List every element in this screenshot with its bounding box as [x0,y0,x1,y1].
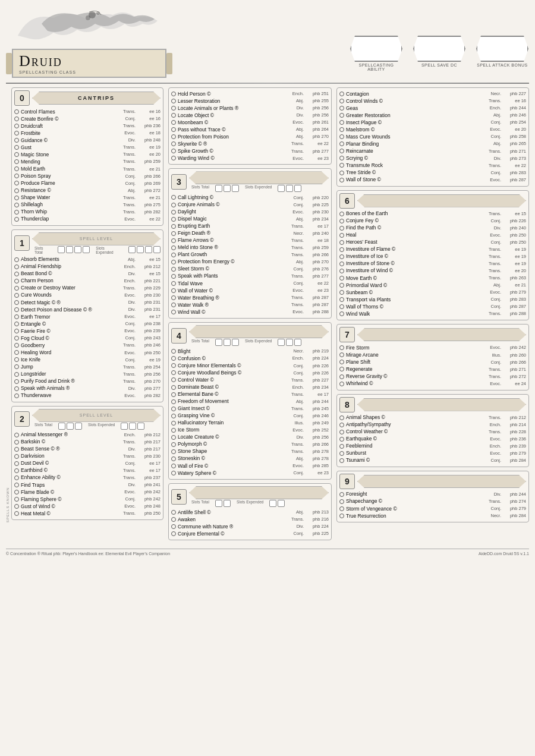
spell-circle[interactable] [171,149,176,153]
slot-box[interactable] [224,500,231,507]
spell-item[interactable]: Speak with Plants Trans. phb 277 [171,273,329,280]
spell-circle[interactable] [14,350,19,355]
spell-circle[interactable] [171,245,176,250]
spell-circle[interactable] [339,262,344,266]
spell-item[interactable]: Regenerate Trans. phb 271 [339,366,526,373]
spell-item[interactable]: Whirlwind © Evoc. ee 24 [339,380,526,388]
spell-item[interactable]: Plant Growth Trans. phb 266 [171,251,329,259]
spell-item[interactable]: Awaken Trans. phb 216 [171,516,329,523]
spell-circle[interactable] [14,475,19,480]
slot-box[interactable] [67,423,74,430]
spell-circle[interactable] [339,458,344,463]
spell-circle[interactable] [171,106,176,111]
spell-circle[interactable] [14,329,19,333]
spell-circle[interactable] [339,430,344,434]
spell-circle[interactable] [339,269,344,273]
spell-circle[interactable] [14,343,19,348]
spell-circle[interactable] [339,233,344,238]
spell-circle[interactable] [339,283,344,288]
spell-circle[interactable] [14,293,19,298]
spell-item[interactable]: Beast Bond © Div. ee 15 [14,270,160,278]
spell-item[interactable]: Protection from Energy © Abj. phb 270 [171,259,329,266]
spell-item[interactable]: Conjure Fey © Conj. phb 226 [339,218,526,225]
spell-item[interactable]: Frostbite Evoc. ee 18 [14,130,160,137]
spell-item[interactable]: Animal Friendship Ench. phb 212 [14,263,160,270]
spell-circle[interactable] [339,219,344,223]
spell-circle[interactable] [339,171,344,175]
spell-circle[interactable] [339,254,344,259]
spell-item[interactable]: Thunderclap Evoc. ee 22 [14,216,160,223]
spell-circle[interactable] [171,399,176,404]
spell-circle[interactable] [171,349,176,354]
slot-box[interactable] [278,339,285,346]
spell-item[interactable]: Primordial Ward © Abj. ee 21 [339,282,526,289]
spell-circle[interactable] [14,181,19,185]
spell-item[interactable]: Geas Ench. phb 244 [339,105,526,112]
spell-circle[interactable] [339,163,344,168]
spell-item[interactable]: Shapechange © Trans. phb 274 [339,498,526,505]
spell-circle[interactable] [339,127,344,132]
spell-circle[interactable] [14,364,19,369]
spell-item[interactable]: Transmute Rock Trans. ee 22 [339,162,526,169]
spell-circle[interactable] [14,152,19,157]
slot-box[interactable] [121,423,128,430]
spell-item[interactable]: Wind Wall © Evoc. phb 288 [171,308,329,316]
spell-item[interactable]: Erupting Earth Trans. ee 17 [171,223,329,230]
spell-circle[interactable] [14,372,19,377]
spell-circle[interactable] [339,311,344,316]
spell-circle[interactable] [339,178,344,182]
spell-circle[interactable] [339,423,344,427]
spell-item[interactable]: Healing Word Evoc. phb 250 [14,349,160,356]
spell-item[interactable]: Earth Tremor Evoc. ee 17 [14,313,160,320]
slot-box[interactable] [153,246,160,253]
spell-item[interactable]: Mirage Arcane Illus. phb 260 [339,351,526,358]
slot-box[interactable] [58,246,65,253]
spell-item[interactable]: Plane Shift Conj. phb 266 [339,358,526,366]
spell-circle[interactable] [171,303,176,307]
spell-circle[interactable] [14,357,19,362]
spell-circle[interactable] [14,174,19,178]
spell-item[interactable]: Confusion © Ench. phb 224 [171,355,329,362]
spell-item[interactable]: Barkskin © Trans. phb 217 [14,439,160,446]
spell-circle[interactable] [171,524,176,529]
spell-circle[interactable] [171,392,176,397]
spell-item[interactable]: Hold Person © Ench. phb 251 [171,90,329,97]
spell-circle[interactable] [14,307,19,312]
spell-item[interactable]: Wall of Fire © Evoc. phb 285 [171,462,329,470]
slot-box[interactable] [278,185,285,192]
spell-circle[interactable] [339,367,344,371]
slot-box[interactable] [58,423,65,430]
spell-circle[interactable] [339,492,344,497]
slot-box[interactable] [224,339,231,346]
spell-circle[interactable] [171,385,176,390]
slot-box[interactable] [232,185,239,192]
spell-circle[interactable] [14,217,19,222]
slot-box[interactable] [215,339,222,346]
spell-item[interactable]: Flame Blade © Evoc. phb 242 [14,489,160,496]
spell-item[interactable]: Sleet Storm © Conj. phb 276 [171,266,329,273]
spell-item[interactable]: Reincarnate Trans. phb 271 [339,147,526,155]
spell-circle[interactable] [14,336,19,341]
spell-item[interactable]: Mold Earth Trans. ee 21 [14,165,160,172]
spell-circle[interactable] [171,113,176,118]
spell-item[interactable]: Wind Walk Trans. phb 288 [339,310,526,317]
spell-circle[interactable] [14,454,19,459]
spell-item[interactable]: Earthbind © Trans. ee 17 [14,467,160,474]
spell-item[interactable]: Warding Wind © Evoc. ee 23 [171,155,329,162]
slot-box[interactable] [224,185,231,192]
slot-box[interactable] [294,185,301,192]
spell-circle[interactable] [14,440,19,445]
spell-circle[interactable] [14,386,19,391]
spell-circle[interactable] [14,314,19,319]
spell-circle[interactable] [171,310,176,314]
spell-item[interactable]: Wall of Thorns © Conj. phb 287 [339,303,526,310]
spell-circle[interactable] [171,253,176,257]
spell-item[interactable]: Faerie Fire © Evoc. phb 239 [14,327,160,335]
spell-circle[interactable] [171,464,176,468]
spell-item[interactable]: Shape Water Trans. ee 21 [14,194,160,201]
spell-item[interactable]: Locate Object © Div. phb 256 [171,112,329,119]
spell-circle[interactable] [339,382,344,386]
spell-circle[interactable] [339,99,344,103]
spell-item[interactable]: Animal Messenger ® Ench. phb 212 [14,431,160,439]
spell-item[interactable]: Produce Flame Conj. phb 269 [14,179,160,187]
